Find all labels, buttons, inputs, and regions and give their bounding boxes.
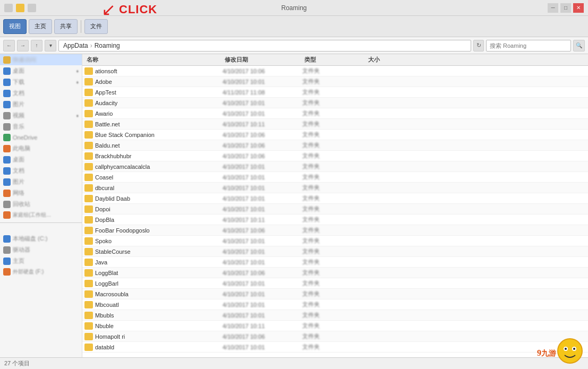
- table-row[interactable]: callphycamcalacalcla 4/10/2017 10:01 文件夹: [82, 161, 588, 172]
- table-row[interactable]: Blue Stack Companion 4/10/2017 10:06 文件夹: [82, 130, 588, 140]
- sidebar-item-extra[interactable]: 外部硬盘 (F:): [0, 267, 82, 277]
- sidebar-item-quick-access[interactable]: 快速访问: [0, 54, 82, 65]
- table-row[interactable]: Homapolt ri 4/10/2017 10:06 文件夹: [82, 331, 588, 342]
- network-icon: [3, 190, 11, 197]
- table-row[interactable]: Baldu.net 4/10/2017 10:06 文件夹: [82, 140, 588, 151]
- sidebar-label-network: 网络: [13, 189, 24, 197]
- table-row[interactable]: AppTest 4/11/2017 11:08 文件夹: [82, 87, 588, 98]
- sidebar-label-home: 主页: [13, 257, 24, 265]
- table-row[interactable]: databld 4/10/2017 10:01 文件夹: [82, 342, 588, 353]
- maximize-button[interactable]: □: [560, 3, 571, 13]
- folder-icon: [84, 227, 93, 234]
- table-row[interactable]: Spoko 4/10/2017 10:01 文件夹: [82, 236, 588, 246]
- sidebar-item-local-disk[interactable]: 本地磁盘 (C:): [0, 233, 82, 244]
- file-type-cell: 文件夹: [302, 205, 366, 213]
- search-button[interactable]: 🔍: [573, 40, 585, 52]
- file-name-cell: ationsoft: [95, 68, 223, 74]
- folder-icon: [84, 142, 93, 149]
- column-date-header[interactable]: 修改日期: [223, 56, 302, 64]
- status-bar: 27 个项目: [0, 357, 588, 369]
- toolbar: 视图 主页 共享 文件: [0, 16, 588, 37]
- recent-button[interactable]: ▾: [45, 40, 56, 52]
- desktop-icon: [3, 67, 11, 75]
- window-controls: ─ □ ✕: [548, 3, 584, 13]
- column-size-header[interactable]: 大小: [366, 56, 408, 64]
- table-row[interactable]: LoggBlat 4/10/2017 10:06 文件夹: [82, 268, 588, 278]
- quick-access-icon: [3, 56, 11, 64]
- share-button[interactable]: 共享: [54, 19, 78, 34]
- sidebar-label-homegroup: 家庭组(工作组...: [13, 211, 51, 219]
- table-row[interactable]: Mbubls 4/10/2017 10:01 文件夹: [82, 310, 588, 321]
- table-row[interactable]: FooBar Foodopgoslo 4/10/2017 10:06 文件夹: [82, 225, 588, 236]
- sidebar-item-thispc[interactable]: 此电脑: [0, 143, 82, 154]
- folder-icon: [84, 89, 93, 96]
- table-row[interactable]: Nbuble 4/10/2017 10:11 文件夹: [82, 321, 588, 331]
- sidebar-item-documents[interactable]: 文档: [0, 88, 82, 99]
- folder-icon: [84, 121, 93, 128]
- sidebar-label-videos: 视频: [13, 111, 24, 119]
- search-input[interactable]: [486, 40, 571, 52]
- table-row[interactable]: dbcural 4/10/2017 10:01 文件夹: [82, 183, 588, 193]
- sidebar-item-drives[interactable]: 驱动器: [0, 244, 82, 255]
- file-type-cell: 文件夹: [302, 290, 366, 298]
- file-date-cell: 4/10/2017 10:06: [223, 333, 302, 340]
- sidebar-item-network[interactable]: 网络: [0, 187, 82, 199]
- file-type-cell: 文件夹: [302, 67, 366, 75]
- forward-button[interactable]: →: [17, 40, 29, 52]
- table-row[interactable]: Macrosoubla 4/10/2017 10:01 文件夹: [82, 289, 588, 299]
- table-row[interactable]: Awario 4/10/2017 10:01 文件夹: [82, 108, 588, 119]
- sidebar-item-desktop[interactable]: 桌面 ♦: [0, 65, 82, 76]
- sidebar-badge-downloads: ♦: [76, 80, 79, 85]
- sidebar-label-quick-access: 快速访问: [13, 56, 36, 64]
- table-row[interactable]: Coasel 4/10/2017 10:01 文件夹: [82, 172, 588, 183]
- file-name-cell: LoggBlat: [95, 270, 223, 276]
- file-button[interactable]: 文件: [84, 19, 108, 34]
- sidebar-item-recycle[interactable]: 回收站: [0, 199, 82, 210]
- home-button[interactable]: 主页: [29, 19, 52, 34]
- folder-icon: [84, 110, 93, 117]
- up-button[interactable]: ↑: [31, 40, 42, 52]
- sidebar-item-videos[interactable]: 视频 ♦: [0, 110, 82, 121]
- back-button[interactable]: ←: [3, 40, 15, 52]
- table-row[interactable]: LoggBarl 4/10/2017 10:01 文件夹: [82, 278, 588, 289]
- sidebar-item-documents2[interactable]: 文档: [0, 165, 82, 176]
- table-row[interactable]: StableCourse 4/10/2017 10:01 文件夹: [82, 246, 588, 257]
- table-row[interactable]: Dayblid Daab 4/10/2017 10:01 文件夹: [82, 193, 588, 204]
- sidebar-item-music[interactable]: 音乐: [0, 121, 82, 132]
- minimize-button[interactable]: ─: [548, 3, 558, 13]
- sidebar-item-pictures[interactable]: 图片: [0, 99, 82, 110]
- table-row[interactable]: Adobe 4/10/2017 10:01 文件夹: [82, 76, 588, 87]
- sidebar-item-home[interactable]: 主页: [0, 255, 82, 267]
- table-row[interactable]: Audacity 4/10/2017 10:01 文件夹: [82, 98, 588, 108]
- table-row[interactable]: Java 4/10/2017 10:01 文件夹: [82, 257, 588, 268]
- table-row[interactable]: Battle.net 4/10/2017 10:11 文件夹: [82, 119, 588, 130]
- file-date-cell: 4/10/2017 10:11: [223, 217, 302, 223]
- close-button[interactable]: ✕: [573, 3, 584, 13]
- sidebar-badge-videos: ♦: [76, 113, 79, 118]
- sidebar-item-downloads[interactable]: 下载 ♦: [0, 76, 82, 88]
- svg-point-3: [565, 348, 567, 350]
- file-date-cell: 4/10/2017 10:06: [223, 227, 302, 234]
- table-row[interactable]: ationsoft 4/10/2017 10:06 文件夹: [82, 66, 588, 76]
- thispc-icon: [3, 145, 11, 152]
- file-type-cell: 文件夹: [302, 88, 366, 96]
- table-row[interactable]: Brackhubhubr 4/10/2017 10:06 文件夹: [82, 151, 588, 161]
- refresh-button[interactable]: ↻: [473, 40, 484, 52]
- sidebar-item-homegroup[interactable]: 家庭组(工作组...: [0, 210, 82, 220]
- address-path[interactable]: AppData › Roaming: [58, 40, 471, 52]
- homegroup-icon: [3, 211, 11, 219]
- file-type-cell: 文件夹: [302, 152, 366, 160]
- file-type-cell: 文件夹: [302, 301, 366, 308]
- table-row[interactable]: Mbcouatl 4/10/2017 10:01 文件夹: [82, 299, 588, 310]
- file-date-cell: 4/10/2017 10:01: [223, 291, 302, 297]
- main-container: 快速访问 桌面 ♦ 下载 ♦ 文档 图片 视频 ♦ 音乐: [0, 54, 588, 357]
- sidebar-item-desktop2[interactable]: 桌面: [0, 154, 82, 165]
- view-button[interactable]: 视图: [3, 19, 27, 34]
- sidebar-item-pictures2[interactable]: 图片: [0, 176, 82, 187]
- file-type-cell: 文件夹: [302, 311, 366, 319]
- table-row[interactable]: DopBla 4/10/2017 10:11 文件夹: [82, 214, 588, 225]
- column-type-header[interactable]: 类型: [302, 56, 366, 64]
- table-row[interactable]: Dopoi 4/10/2017 10:01 文件夹: [82, 204, 588, 214]
- column-name-header[interactable]: 名称: [84, 56, 223, 64]
- sidebar-item-onedrive[interactable]: OneDrive: [0, 132, 82, 143]
